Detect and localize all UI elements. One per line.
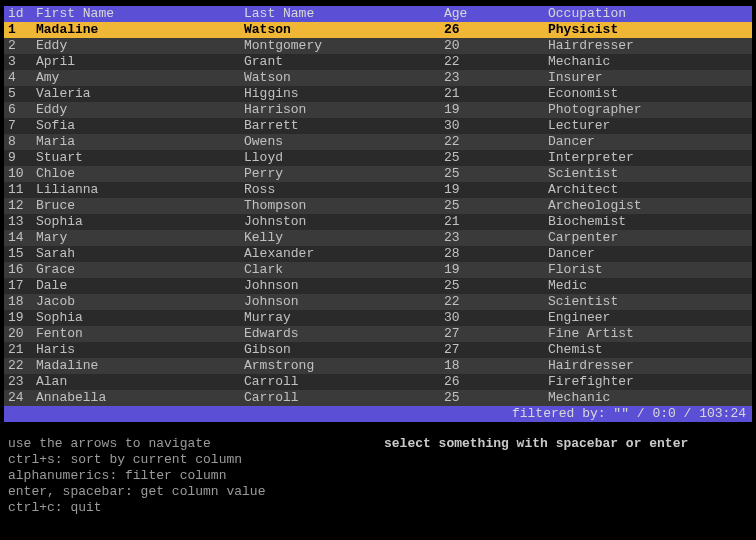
cell-last-name: Watson	[244, 22, 444, 38]
cell-occupation: Firefighter	[548, 374, 752, 390]
table-row[interactable]: 22MadalineArmstrong18Hairdresser	[4, 358, 752, 374]
help-enter: enter, spacebar: get column value	[8, 484, 384, 500]
cell-first-name: Maria	[36, 134, 244, 150]
cell-first-name: Sophia	[36, 214, 244, 230]
cell-occupation: Scientist	[548, 294, 752, 310]
table-row[interactable]: 24AnnabellaCarroll25Mechanic	[4, 390, 752, 406]
table-row[interactable]: 17DaleJohnson25Medic	[4, 278, 752, 294]
cell-last-name: Kelly	[244, 230, 444, 246]
cell-age: 25	[444, 166, 548, 182]
cell-first-name: Jacob	[36, 294, 244, 310]
table-row[interactable]: 3AprilGrant22Mechanic	[4, 54, 752, 70]
col-header-id[interactable]: id	[4, 6, 36, 22]
cell-last-name: Ross	[244, 182, 444, 198]
table-row[interactable]: 23AlanCarroll26Firefighter	[4, 374, 752, 390]
cell-last-name: Grant	[244, 54, 444, 70]
cell-last-name: Barrett	[244, 118, 444, 134]
cell-first-name: Sophia	[36, 310, 244, 326]
cell-id: 19	[4, 310, 36, 326]
cell-first-name: Amy	[36, 70, 244, 86]
cell-last-name: Lloyd	[244, 150, 444, 166]
col-header-last-name[interactable]: Last Name	[244, 6, 444, 22]
table-row[interactable]: 19SophiaMurray30Engineer	[4, 310, 752, 326]
cell-last-name: Watson	[244, 70, 444, 86]
table-row[interactable]: 14MaryKelly23Carpenter	[4, 230, 752, 246]
cell-first-name: Sofia	[36, 118, 244, 134]
cell-last-name: Johnston	[244, 214, 444, 230]
table-row[interactable]: 4AmyWatson23Insurer	[4, 70, 752, 86]
cell-id: 13	[4, 214, 36, 230]
cell-first-name: Lilianna	[36, 182, 244, 198]
cell-age: 25	[444, 150, 548, 166]
table-row[interactable]: 8MariaOwens22Dancer	[4, 134, 752, 150]
cell-first-name: Sarah	[36, 246, 244, 262]
table-row[interactable]: 16GraceClark19Florist	[4, 262, 752, 278]
cell-occupation: Mechanic	[548, 54, 752, 70]
cell-first-name: Grace	[36, 262, 244, 278]
cell-occupation: Photographer	[548, 102, 752, 118]
cell-age: 27	[444, 326, 548, 342]
table-row[interactable]: 2EddyMontgomery20Hairdresser	[4, 38, 752, 54]
cell-occupation: Economist	[548, 86, 752, 102]
cell-id: 10	[4, 166, 36, 182]
cell-age: 25	[444, 278, 548, 294]
col-header-occupation[interactable]: Occupation	[548, 6, 752, 22]
status-bar: filtered by: "" / 0:0 / 103:24	[4, 406, 752, 422]
cell-id: 16	[4, 262, 36, 278]
help-right: select something with spacebar or enter	[384, 436, 688, 516]
cell-last-name: Higgins	[244, 86, 444, 102]
cell-occupation: Hairdresser	[548, 358, 752, 374]
col-header-age[interactable]: Age	[444, 6, 548, 22]
table-row[interactable]: 15SarahAlexander28Dancer	[4, 246, 752, 262]
cell-last-name: Perry	[244, 166, 444, 182]
cell-age: 28	[444, 246, 548, 262]
cell-id: 15	[4, 246, 36, 262]
cell-id: 1	[4, 22, 36, 38]
cell-first-name: Annabella	[36, 390, 244, 406]
table-row[interactable]: 11LiliannaRoss19Architect	[4, 182, 752, 198]
table-header: id First Name Last Name Age Occupation	[4, 6, 752, 22]
cell-last-name: Gibson	[244, 342, 444, 358]
cell-last-name: Murray	[244, 310, 444, 326]
table-row[interactable]: 9StuartLloyd25Interpreter	[4, 150, 752, 166]
cell-age: 25	[444, 198, 548, 214]
cell-id: 18	[4, 294, 36, 310]
cell-last-name: Thompson	[244, 198, 444, 214]
cell-age: 22	[444, 294, 548, 310]
cell-occupation: Biochemist	[548, 214, 752, 230]
cell-occupation: Chemist	[548, 342, 752, 358]
table-row[interactable]: 18JacobJohnson22Scientist	[4, 294, 752, 310]
cell-last-name: Montgomery	[244, 38, 444, 54]
col-header-first-name[interactable]: First Name	[36, 6, 244, 22]
cell-age: 25	[444, 390, 548, 406]
cell-first-name: Alan	[36, 374, 244, 390]
cell-age: 19	[444, 262, 548, 278]
cell-id: 12	[4, 198, 36, 214]
cell-first-name: Eddy	[36, 102, 244, 118]
terminal-screen: id First Name Last Name Age Occupation 1…	[0, 0, 756, 522]
table-row[interactable]: 1MadalineWatson26Physicist	[4, 22, 752, 38]
cell-id: 20	[4, 326, 36, 342]
table-row[interactable]: 20FentonEdwards27Fine Artist	[4, 326, 752, 342]
cell-id: 14	[4, 230, 36, 246]
table-row[interactable]: 21HarisGibson27Chemist	[4, 342, 752, 358]
cell-last-name: Harrison	[244, 102, 444, 118]
cell-age: 26	[444, 374, 548, 390]
cell-id: 9	[4, 150, 36, 166]
cell-age: 20	[444, 38, 548, 54]
cell-first-name: Eddy	[36, 38, 244, 54]
status-text: filtered by: "" / 0:0 / 103:24	[512, 406, 746, 422]
cell-id: 23	[4, 374, 36, 390]
cell-age: 18	[444, 358, 548, 374]
cell-age: 30	[444, 310, 548, 326]
table-row[interactable]: 7SofiaBarrett30Lecturer	[4, 118, 752, 134]
help-quit: ctrl+c: quit	[8, 500, 384, 516]
table-row[interactable]: 10ChloePerry25Scientist	[4, 166, 752, 182]
table-row[interactable]: 13SophiaJohnston21Biochemist	[4, 214, 752, 230]
cell-occupation: Dancer	[548, 134, 752, 150]
cell-age: 23	[444, 70, 548, 86]
cell-last-name: Owens	[244, 134, 444, 150]
table-row[interactable]: 12BruceThompson25Archeologist	[4, 198, 752, 214]
table-row[interactable]: 5ValeriaHiggins21Economist	[4, 86, 752, 102]
table-row[interactable]: 6EddyHarrison19Photographer	[4, 102, 752, 118]
